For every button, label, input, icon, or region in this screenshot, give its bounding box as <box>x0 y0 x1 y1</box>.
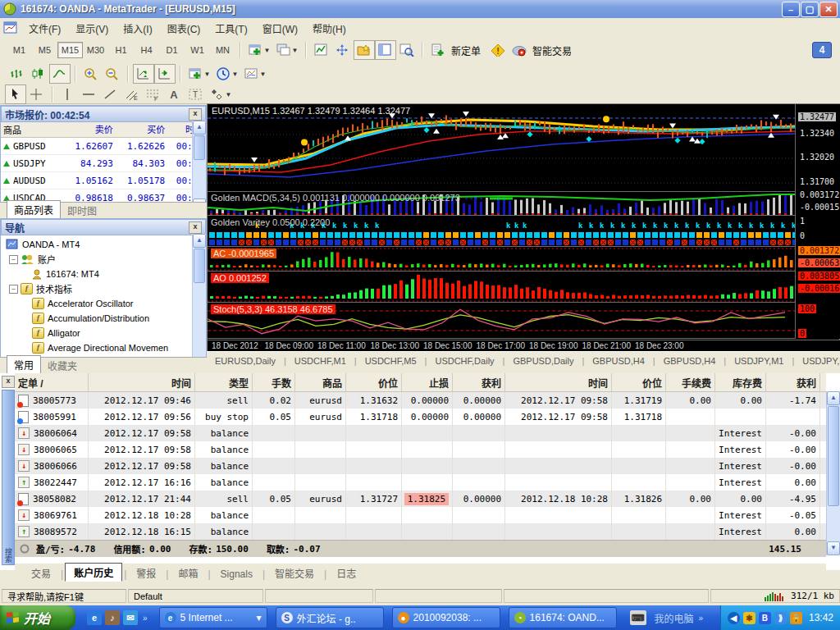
crosshair-tool-button[interactable] <box>26 84 48 104</box>
expert-advisors-button[interactable] <box>509 40 530 60</box>
column-header-11[interactable]: 库存费 <box>715 373 766 391</box>
market-row-GBPUSD[interactable]: GBPUSD1.626071.6262600:42 <box>1 138 206 155</box>
taskbar-button-3[interactable]: ◔161674: OAND... <box>509 607 617 628</box>
column-header-1[interactable]: 时间 <box>89 373 195 391</box>
navigator-account-161674[interactable]: 161674: MT4 <box>4 267 206 281</box>
history-row-38005991[interactable]: 380059912012.12.17 09:56buy stop0.05euru… <box>15 409 826 425</box>
timeframe-H4[interactable]: H4 <box>134 42 159 58</box>
history-row-38006065[interactable]: ↓380060652012.12.17 09:58balanceInterest… <box>15 441 826 458</box>
menu-显示(V)[interactable]: 显示(V) <box>68 19 116 38</box>
navigator-tab-常用[interactable]: 常用 <box>7 355 41 374</box>
candlestick-chart-button[interactable] <box>28 64 49 84</box>
menu-窗口(W)[interactable]: 窗口(W) <box>255 19 305 38</box>
navigator-scrollbar[interactable]: ▲ ▼ <box>192 234 206 371</box>
menu-帮助(H)[interactable]: 帮助(H) <box>305 19 354 38</box>
column-header-4[interactable]: 商品 <box>295 373 346 391</box>
terminal-dock-strip[interactable]: 搜索 <box>2 390 15 565</box>
fibonacci-button[interactable]: F <box>143 84 164 104</box>
start-button[interactable]: 开始 <box>0 605 75 630</box>
chart-tab-GBPUSD,Daily[interactable]: GBPUSD,Daily <box>504 354 582 368</box>
menu-文件(F)[interactable]: 文件(F) <box>21 19 68 38</box>
terminal-scrollbar[interactable]: ▲ ▼ <box>826 391 840 555</box>
chart-area[interactable]: EURUSD,M15 1.32467 1.32479 1.32464 1.324… <box>207 103 840 351</box>
navigator-close-icon[interactable]: x <box>189 221 202 234</box>
taskbar-button-1[interactable]: S外汇论坛 - g.. <box>276 607 384 628</box>
history-row-38005773[interactable]: 380057732012.12.17 09:46sell0.02eurusd1.… <box>15 392 826 409</box>
indicators-button-dropdown-icon[interactable]: ▼ <box>204 71 211 78</box>
market-row-USDJPY[interactable]: USDJPY84.29384.30300:42 <box>1 155 206 172</box>
cursor-tool-button[interactable] <box>5 84 26 104</box>
scroll-up-icon[interactable]: ▲ <box>827 391 840 405</box>
timeframe-MN[interactable]: MN <box>210 42 235 58</box>
terminal-tab-智能交易[interactable]: 智能交易 <box>267 564 322 582</box>
column-header-3[interactable]: 手数 <box>253 373 295 391</box>
pane-separator[interactable] <box>208 246 840 247</box>
media-player-icon[interactable]: ♪ <box>105 610 120 625</box>
close-button[interactable]: ✕ <box>819 2 838 17</box>
navigator-toggle-button[interactable] <box>375 40 396 60</box>
bar-chart-button[interactable] <box>7 64 28 84</box>
history-row-38089572[interactable]: ↑380895722012.12.18 16:15balanceInterest… <box>15 523 826 540</box>
tray-downloader-icon[interactable]: B <box>759 612 771 624</box>
pane-separator[interactable] <box>208 338 840 339</box>
text-button[interactable]: A <box>164 84 185 104</box>
new-chart-button[interactable]: ▼ <box>245 40 273 60</box>
chart-tab-EURUSD,Daily[interactable]: EURUSD,Daily <box>207 354 284 368</box>
profiles-button[interactable]: ▼ <box>273 40 301 60</box>
channel-button[interactable]: E <box>121 84 143 104</box>
collapse-icon[interactable]: – <box>9 285 18 294</box>
navigator-tab-收藏夹[interactable]: 收藏夹 <box>41 357 84 374</box>
taskbar-button-2[interactable]: ●2010092038: ... <box>392 607 500 628</box>
arrows-button[interactable]: ▼ <box>207 84 235 104</box>
navigator-root[interactable]: OANDA - MT4 <box>4 237 206 252</box>
chart-tab-USDJPY,M1[interactable]: USDJPY,M1 <box>726 354 792 368</box>
column-header-8[interactable]: 时间 <box>505 373 612 391</box>
new-order-label[interactable]: 新定单 <box>451 43 481 57</box>
navigator-indicator-accelerator-oscillator[interactable]: fAccelerator Oscillator <box>4 296 206 311</box>
navigator-accounts-group[interactable]: –账户 <box>4 252 206 267</box>
navigator-indicator-accumulation-distribution[interactable]: fAccumulation/Distribution <box>4 311 206 326</box>
internet-explorer-icon[interactable]: e <box>87 610 102 625</box>
templates-button[interactable]: ▼ <box>241 64 269 84</box>
pane-separator[interactable] <box>208 215 840 216</box>
column-header-5[interactable]: 价位 <box>346 373 402 391</box>
navigator-title-bar[interactable]: 导航 x <box>1 219 206 235</box>
indicators-button[interactable]: ▼ <box>185 64 213 84</box>
terminal-close-icon[interactable]: x <box>2 376 15 388</box>
menu-工具(T)[interactable]: 工具(T) <box>208 19 254 38</box>
quick-launch-chevron-icon[interactable]: » <box>143 614 148 623</box>
column-header-10[interactable]: 手续费 <box>666 373 715 391</box>
column-header-12[interactable]: 获利 <box>766 373 820 391</box>
new-chart-button-dropdown-icon[interactable]: ▼ <box>264 47 271 54</box>
history-row-38006066[interactable]: ↓380060662012.12.17 09:58balanceInterest… <box>15 458 826 474</box>
market-watch-scrollbar[interactable]: ▲ ▼ <box>192 121 206 212</box>
periods-button-dropdown-icon[interactable]: ▼ <box>232 71 239 78</box>
menu-图表(C)[interactable]: 图表(C) <box>160 19 208 38</box>
menu-插入(I)[interactable]: 插入(I) <box>116 19 159 38</box>
taskbar-button-0[interactable]: e5 Internet ...▾ <box>159 607 267 628</box>
chart-shift-button[interactable] <box>154 64 176 84</box>
tray-security-icon[interactable]: 🔒 <box>790 612 802 624</box>
desktop-toolbar-label[interactable]: 我的电脑 <box>655 611 694 625</box>
zoom-out-button[interactable] <box>102 64 123 84</box>
line-chart-button[interactable] <box>49 64 71 84</box>
terminal-tab-警报[interactable]: 警报 <box>128 564 164 582</box>
navigator-indicator-alligator[interactable]: fAlligator <box>4 326 206 340</box>
history-row-38022447[interactable]: ↑380224472012.12.17 16:16balanceInterest… <box>15 474 826 491</box>
market-watch-close-icon[interactable]: x <box>189 108 202 121</box>
market-watch-title-bar[interactable]: 市场报价: 00:42:54 x <box>1 106 206 122</box>
timeframe-M30[interactable]: M30 <box>83 42 108 58</box>
tick-chart-button[interactable] <box>311 40 332 60</box>
maximize-button[interactable]: ▢ <box>801 2 819 17</box>
desktop-chevron-icon[interactable]: » <box>699 614 704 623</box>
cursor-mode-button[interactable] <box>332 40 354 60</box>
vertical-line-button[interactable] <box>57 84 79 104</box>
market-watch-tab-即时图[interactable]: 即时图 <box>61 202 103 219</box>
hide-icons-chevron-icon[interactable]: ◀ <box>728 612 740 624</box>
column-header-9[interactable]: 价位 <box>612 373 666 391</box>
notification-badge[interactable]: 4 <box>812 42 832 58</box>
terminal-tab-Signals[interactable]: Signals <box>212 567 261 582</box>
timeframe-D1[interactable]: D1 <box>159 42 185 58</box>
market-watch-tab-商品列表[interactable]: 商品列表 <box>7 200 61 219</box>
scroll-up-icon[interactable]: ▲ <box>193 234 206 248</box>
